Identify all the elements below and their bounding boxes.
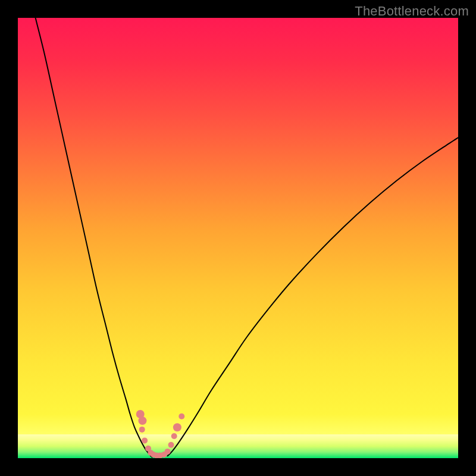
plot-area [18,18,458,458]
marker-dot [168,442,174,448]
gradient-background [18,18,458,458]
marker-dot [178,414,184,419]
chart-frame: TheBottleneck.com [0,0,476,476]
marker-dot [171,433,177,439]
watermark-text: TheBottleneck.com [355,4,469,19]
chart-svg [18,18,458,458]
marker-dot [165,449,171,455]
marker-dot [138,416,146,425]
marker-dot [142,437,148,443]
marker-dot [173,423,181,431]
green-band [18,434,458,458]
marker-dot [139,427,145,433]
